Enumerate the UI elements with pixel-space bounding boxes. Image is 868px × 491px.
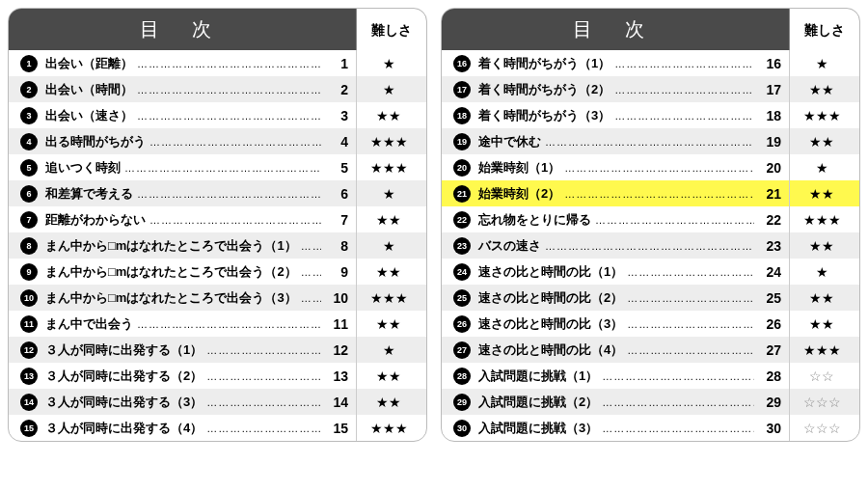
row-title: まん中から□mはなれたところで出会う（1） <box>45 237 297 255</box>
toc-row: 20始業時刻（1）…………………………………………………………………………………… <box>442 154 859 180</box>
row-difficulty-stars: ★★ <box>361 368 417 384</box>
row-difficulty-stars: ★ <box>361 56 417 71</box>
column-separator <box>789 50 790 76</box>
row-page: 23 <box>754 238 781 254</box>
row-title: 和差算で考える <box>45 185 133 203</box>
toc-columns: 目 次難しさ1出会い（距離）……………………………………………………………………… <box>8 8 860 442</box>
row-difficulty-stars: ★★ <box>794 134 850 150</box>
column-separator <box>789 311 790 337</box>
column-separator <box>789 363 790 389</box>
row-difficulty-stars: ★★ <box>794 290 850 306</box>
row-difficulty-stars: ★★★ <box>361 134 417 150</box>
row-title: ３人が同時に出発する（4） <box>45 420 203 437</box>
row-number-badge: 1 <box>20 55 38 72</box>
row-page: 21 <box>754 186 781 202</box>
column-separator <box>356 311 357 337</box>
row-title: 着く時間がちがう（2） <box>478 81 610 98</box>
row-difficulty-stars: ★★ <box>361 316 417 332</box>
column-separator <box>789 206 790 232</box>
row-difficulty-stars: ★★★ <box>794 108 850 123</box>
row-number-badge: 11 <box>20 315 38 333</box>
leader-dots: …………………………………………………………………………………………………………… <box>203 370 321 382</box>
row-title: ３人が同時に出発する（2） <box>45 368 203 385</box>
toc-row: 11まん中で出会う…………………………………………………………………………………… <box>9 311 426 337</box>
column-separator <box>356 363 357 389</box>
column-separator <box>789 76 790 102</box>
row-difficulty-stars: ★ <box>361 238 417 254</box>
row-page: 6 <box>321 186 348 202</box>
toc-header: 目 次難しさ <box>9 9 426 50</box>
row-title: まん中で出会う <box>45 315 133 333</box>
row-title: 入試問題に挑戦（3） <box>478 420 598 437</box>
toc-row: 13３人が同時に出発する（2）…………………………………………………………………… <box>9 363 426 389</box>
toc-row: 23バスの速さ………………………………………………………………………………………… <box>442 232 859 259</box>
row-title: 始業時刻（2） <box>478 185 560 203</box>
row-title: 速さの比と時間の比（4） <box>478 341 623 359</box>
row-page: 30 <box>754 421 781 436</box>
column-separator <box>356 415 357 441</box>
toc-column: 目 次難しさ1出会い（距離）……………………………………………………………………… <box>8 8 427 442</box>
row-number-badge: 19 <box>453 133 471 150</box>
toc-row: 17着く時間がちがう（2）………………………………………………………………………… <box>442 76 859 102</box>
toc-row: 14３人が同時に出発する（3）…………………………………………………………………… <box>9 389 426 415</box>
leader-dots: …………………………………………………………………………………………………………… <box>591 214 754 226</box>
row-page: 24 <box>754 264 781 280</box>
leader-dots: …………………………………………………………………………………………………………… <box>560 162 754 174</box>
leader-dots: …………………………………………………………………………………………………………… <box>541 240 754 252</box>
row-difficulty-stars: ★ <box>361 342 417 358</box>
row-difficulty-stars: ★★ <box>794 82 850 97</box>
row-number-badge: 23 <box>453 237 471 255</box>
leader-dots: …………………………………………………………………………………………………………… <box>203 344 321 356</box>
row-difficulty-stars: ★ <box>794 56 850 71</box>
row-difficulty-stars: ★★★ <box>361 421 417 436</box>
header-title: 目 次 <box>9 9 357 50</box>
row-number-badge: 26 <box>453 315 471 333</box>
leader-dots: …………………………………………………………………………………………………………… <box>297 240 321 252</box>
leader-dots: …………………………………………………………………………………………………………… <box>121 162 321 174</box>
column-separator <box>789 259 790 285</box>
row-title: 出会い（時間） <box>45 81 133 98</box>
toc-column: 目 次難しさ16着く時間がちがう（1）………………………………………………………… <box>441 8 860 442</box>
row-page: 15 <box>321 421 348 436</box>
row-title: 途中で休む <box>478 133 541 150</box>
leader-dots: …………………………………………………………………………………………………………… <box>133 84 321 95</box>
row-number-badge: 6 <box>20 185 38 203</box>
row-number-badge: 2 <box>20 81 38 98</box>
column-separator <box>789 180 790 206</box>
toc-row: 28入試問題に挑戦（1）…………………………………………………………………………… <box>442 363 859 389</box>
toc-row: 16着く時間がちがう（1）………………………………………………………………………… <box>442 50 859 76</box>
toc-header: 目 次難しさ <box>442 9 859 50</box>
toc-row: 10まん中から□mはなれたところで出会う（3）……………………………………………… <box>9 285 426 311</box>
row-number-badge: 15 <box>20 420 38 437</box>
row-number-badge: 3 <box>20 107 38 124</box>
row-number-badge: 22 <box>453 211 471 229</box>
column-separator <box>356 337 357 363</box>
row-number-badge: 13 <box>20 368 38 385</box>
row-page: 18 <box>754 108 781 123</box>
row-title: 着く時間がちがう（3） <box>478 107 610 124</box>
row-number-badge: 28 <box>453 368 471 385</box>
column-separator <box>356 285 357 311</box>
row-difficulty-stars: ★★ <box>361 108 417 123</box>
row-page: 3 <box>321 108 348 123</box>
leader-dots: …………………………………………………………………………………………………………… <box>598 396 754 408</box>
column-separator <box>789 102 790 128</box>
leader-dots: …………………………………………………………………………………………………………… <box>623 266 754 278</box>
row-difficulty-stars: ★ <box>794 160 850 176</box>
row-page: 29 <box>754 395 781 410</box>
leader-dots: …………………………………………………………………………………………………………… <box>623 344 754 356</box>
row-title: 忘れ物をとりに帰る <box>478 211 591 229</box>
row-page: 27 <box>754 342 781 358</box>
leader-dots: …………………………………………………………………………………………………………… <box>598 370 754 382</box>
column-separator <box>789 154 790 180</box>
toc-row: 8まん中から□mはなれたところで出会う（1）………………………………………………… <box>9 232 426 259</box>
row-page: 25 <box>754 290 781 306</box>
row-number-badge: 10 <box>20 289 38 307</box>
column-separator <box>356 259 357 285</box>
leader-dots: …………………………………………………………………………………………………………… <box>297 292 321 304</box>
row-difficulty-stars: ★★★ <box>361 160 417 176</box>
row-difficulty-stars: ★★ <box>794 186 850 202</box>
toc-row: 29入試問題に挑戦（2）…………………………………………………………………………… <box>442 389 859 415</box>
row-page: 12 <box>321 342 348 358</box>
toc-row: 9まん中から□mはなれたところで出会う（2）………………………………………………… <box>9 259 426 285</box>
